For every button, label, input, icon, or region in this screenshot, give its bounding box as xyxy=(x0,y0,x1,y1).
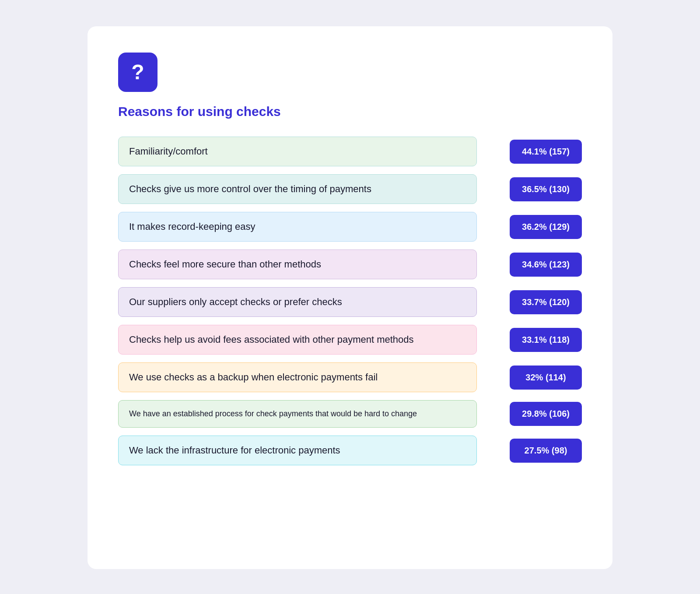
main-card: ? Reasons for using checks Familiarity/c… xyxy=(88,26,612,569)
row-label: It makes record-keeping easy xyxy=(118,212,477,242)
table-row: We have an established process for check… xyxy=(118,400,582,428)
row-label: We lack the infrastructure for electroni… xyxy=(118,436,477,465)
table-row: Checks feel more secure than other metho… xyxy=(118,250,582,279)
table-row: We lack the infrastructure for electroni… xyxy=(118,436,582,465)
stat-badge: 44.1% (157) xyxy=(510,140,582,164)
question-icon-box: ? xyxy=(118,53,158,92)
row-label: We have an established process for check… xyxy=(118,400,477,428)
rows-container: Familiarity/comfort44.1% (157)Checks giv… xyxy=(118,137,582,465)
table-row: Checks give us more control over the tim… xyxy=(118,174,582,204)
stat-badge: 36.5% (130) xyxy=(510,177,582,201)
table-row: Familiarity/comfort44.1% (157) xyxy=(118,137,582,166)
table-row: Our suppliers only accept checks or pref… xyxy=(118,287,582,317)
table-row: It makes record-keeping easy36.2% (129) xyxy=(118,212,582,242)
row-label: Our suppliers only accept checks or pref… xyxy=(118,287,477,317)
stat-badge: 29.8% (106) xyxy=(510,402,582,426)
row-label: Checks help us avoid fees associated wit… xyxy=(118,325,477,355)
stat-badge: 32% (114) xyxy=(510,366,582,390)
stat-badge: 27.5% (98) xyxy=(510,439,582,463)
row-label: Checks give us more control over the tim… xyxy=(118,174,477,204)
stat-badge: 33.1% (118) xyxy=(510,328,582,352)
row-label: We use checks as a backup when electroni… xyxy=(118,362,477,392)
stat-badge: 36.2% (129) xyxy=(510,215,582,239)
row-label: Checks feel more secure than other metho… xyxy=(118,250,477,279)
table-row: We use checks as a backup when electroni… xyxy=(118,362,582,392)
page-title: Reasons for using checks xyxy=(118,104,582,119)
table-row: Checks help us avoid fees associated wit… xyxy=(118,325,582,355)
stat-badge: 34.6% (123) xyxy=(510,253,582,277)
question-mark-icon: ? xyxy=(131,62,144,83)
stat-badge: 33.7% (120) xyxy=(510,290,582,314)
row-label: Familiarity/comfort xyxy=(118,137,477,166)
